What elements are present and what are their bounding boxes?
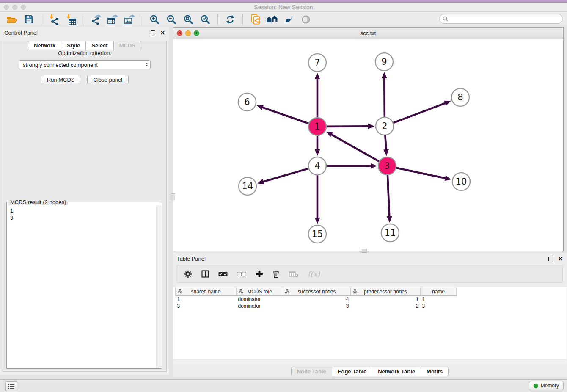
zoom-in-button[interactable] — [148, 13, 161, 26]
task-history-button[interactable] — [5, 381, 17, 391]
zoom-selected-icon — [200, 14, 210, 25]
table-row[interactable]: 1 dominator 4 1 1 — [176, 296, 457, 303]
column-header-shared-name[interactable]: shared name — [176, 287, 237, 296]
edge-2-3[interactable] — [385, 135, 386, 151]
tab-select[interactable]: Select — [86, 41, 113, 50]
edge-1-6[interactable] — [261, 107, 308, 124]
cell-successor-nodes[interactable]: 4 — [283, 296, 351, 303]
table-toolbar: f(x) — [177, 265, 563, 283]
select-all-columns-button[interactable] — [218, 272, 228, 276]
import-network-button[interactable] — [47, 13, 61, 26]
edge-4-14[interactable] — [262, 168, 308, 182]
cell-successor-nodes[interactable]: 3 — [283, 303, 351, 309]
run-mcds-button[interactable]: Run MCDS — [41, 75, 81, 84]
node-table: shared name MCDS role successor nodes — [173, 287, 567, 359]
edge-2-8[interactable] — [394, 103, 446, 123]
import-table-button[interactable] — [64, 13, 77, 26]
node-label-4: 4 — [314, 161, 320, 171]
close-table-panel-icon[interactable]: ✕ — [558, 256, 563, 262]
save-icon — [24, 14, 34, 24]
zoom-selected-button[interactable] — [198, 13, 212, 26]
open-session-button[interactable] — [5, 13, 19, 26]
vertical-splitter-handle[interactable] — [171, 193, 175, 200]
mcds-result-title: MCDS result (2 nodes) — [8, 199, 68, 205]
tab-node-table[interactable]: Node Table — [291, 367, 332, 376]
workspace: Control Panel ✕ Network Style Select MCD… — [0, 27, 567, 380]
column-header-successor-nodes[interactable]: successor nodes — [283, 287, 351, 296]
tab-mcds[interactable]: MCDS — [114, 41, 141, 50]
apply-layout-button[interactable] — [223, 13, 237, 26]
mcds-result-item: 3 — [10, 214, 158, 221]
edge-arrowhead — [387, 216, 392, 223]
delete-table-button[interactable] — [289, 271, 298, 277]
column-header-predecessor-nodes[interactable]: predecessor nodes — [351, 287, 421, 296]
node-table-grid: shared name MCDS role successor nodes — [175, 287, 457, 309]
tab-network[interactable]: Network — [28, 41, 61, 50]
create-column-button[interactable] — [256, 270, 263, 278]
edge-1-2[interactable] — [327, 126, 369, 127]
first-neighbors-button[interactable] — [265, 13, 279, 26]
column-view-button[interactable] — [201, 270, 209, 278]
show-hide-button[interactable] — [299, 13, 313, 26]
float-panel-icon[interactable] — [151, 30, 155, 35]
edge-arrowhead — [315, 149, 320, 156]
cell-predecessor-nodes[interactable]: 2 — [351, 303, 421, 309]
duplicate-network-button[interactable] — [248, 13, 262, 26]
float-table-panel-icon[interactable] — [548, 257, 553, 261]
save-session-button[interactable] — [22, 13, 36, 26]
tab-network-table[interactable]: Network Table — [372, 367, 421, 376]
table-row[interactable]: 3 dominator 3 2 3 — [176, 303, 457, 309]
toolbar-separator — [41, 14, 41, 25]
search-box[interactable] — [439, 14, 563, 24]
import-network-icon — [48, 14, 59, 25]
edge-3-11[interactable] — [388, 175, 389, 218]
delete-column-button[interactable] — [272, 270, 280, 278]
node-label-7: 7 — [314, 58, 320, 68]
edge-3-1[interactable] — [330, 134, 379, 162]
open-folder-icon — [6, 15, 17, 24]
table-header-row: shared name MCDS role successor nodes — [176, 287, 457, 296]
table-settings-button[interactable] — [184, 270, 192, 278]
tab-edge-table[interactable]: Edge Table — [332, 367, 372, 376]
table-horizontal-scrollbar[interactable] — [173, 359, 567, 364]
cell-predecessor-nodes[interactable]: 1 — [351, 296, 421, 303]
export-network-button[interactable] — [89, 13, 102, 26]
export-image-icon — [124, 14, 135, 25]
close-panel-icon[interactable]: ✕ — [160, 30, 165, 36]
deselect-all-columns-button[interactable] — [237, 272, 246, 276]
horizontal-splitter-handle[interactable] — [362, 249, 367, 253]
application-window: Session: New Session — [0, 0, 567, 392]
export-table-button[interactable] — [106, 13, 119, 26]
tab-style[interactable]: Style — [61, 41, 86, 50]
cell-name[interactable]: 1 — [421, 296, 457, 303]
result-scrollbar[interactable] — [156, 205, 162, 368]
zoom-out-button[interactable] — [165, 13, 178, 26]
cell-mcds-role[interactable]: dominator — [237, 303, 283, 309]
edge-3-10[interactable] — [396, 168, 446, 179]
cell-shared-name[interactable]: 3 — [176, 303, 237, 309]
cell-name[interactable]: 3 — [421, 303, 457, 309]
zoom-fit-button[interactable] — [182, 13, 195, 26]
memory-button[interactable]: Memory — [529, 381, 564, 390]
search-input[interactable] — [450, 15, 559, 23]
mcds-result-list: 1 3 — [7, 205, 162, 223]
hierarchy-icon — [353, 289, 357, 295]
edge-arrowhead — [382, 72, 387, 78]
cell-mcds-role[interactable]: dominator — [237, 296, 283, 303]
network-window: ✕ − + scc.txt 7968124314101511 — [173, 27, 564, 251]
select-stepper-icon: ▲▼ — [146, 63, 148, 67]
cell-shared-name[interactable]: 1 — [176, 296, 237, 303]
criterion-select[interactable]: strongly connected component ▲▼ — [19, 60, 151, 69]
mcds-panel: Optimization criterion: strongly connect… — [3, 41, 167, 372]
column-header-mcds-role[interactable]: MCDS role — [237, 287, 283, 296]
network-graph[interactable]: 7968124314101511 — [173, 39, 563, 251]
zoom-in-icon — [149, 14, 160, 25]
edge-2-9[interactable] — [384, 77, 385, 117]
tab-motifs[interactable]: Motifs — [421, 367, 449, 376]
function-builder-button[interactable]: f(x) — [308, 270, 320, 278]
zoom-out-icon — [166, 14, 176, 25]
column-header-name[interactable]: name — [421, 287, 457, 296]
apply-style-button[interactable] — [282, 13, 296, 26]
export-image-button[interactable] — [123, 13, 136, 26]
close-panel-button[interactable]: Close panel — [87, 75, 129, 84]
